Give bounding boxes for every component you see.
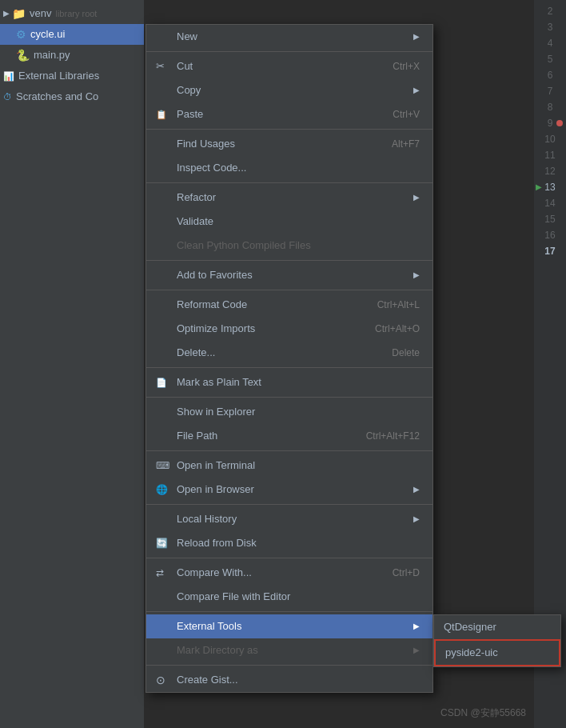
line-num-15: 15 [534,211,566,227]
menu-item-optimize-imports[interactable]: Optimize Imports Ctrl+Alt+O [146,317,432,341]
tree-item-ext-libraries[interactable]: 📊 External Libraries [0,66,144,86]
reload-icon: 🔄 [156,534,172,552]
menu-item-mark-plain[interactable]: 📄 Mark as Plain Text [146,370,432,394]
separator [146,450,432,451]
ui-file-icon: ⚙ [16,26,26,43]
line-num-11: 11 [534,147,566,163]
line-num-3: 3 [534,19,566,35]
menu-label-mark-directory: Mark Directory as [177,642,407,659]
menu-label-local-history: Local History [177,510,407,528]
menu-label-paste: Paste [177,106,377,123]
menu-item-show-explorer[interactable]: Show in Explorer [146,400,432,424]
menu-shortcut-paste: Ctrl+V [393,106,420,123]
menu-shortcut-delete: Delete [392,344,420,362]
menu-label-clean: Clean Python Compiled Files [177,237,420,254]
menu-label-reformat: Reformat Code [177,296,361,314]
compare-icon: ⇄ [156,564,172,582]
menu-item-compare-file-editor[interactable]: Compare File with Editor [146,585,432,609]
terminal-icon: ⌨ [156,457,172,474]
menu-label-add-favorites: Add to Favorites [177,266,407,284]
tree-item-main-py[interactable]: 🐍 main.py [0,45,144,66]
submenu-item-qtdesigner[interactable]: QtDesigner [434,615,560,639]
line-num-7: 7 [534,83,566,99]
chevron-right-icon: ▶ [3,5,10,22]
menu-label-compare-with: Compare With... [177,564,377,582]
line-num-2: 2 [534,3,566,19]
line-num-6: 6 [534,67,566,83]
watermark-text: CSDN @安静55668 [440,707,526,718]
separator [146,290,432,290]
menu-label-refactor: Refactor [177,189,407,206]
menu-item-open-terminal[interactable]: ⌨ Open in Terminal [146,454,432,478]
submenu-item-pyside2-uic[interactable]: pyside2-uic [434,639,560,666]
line-num-10: 10 [534,131,566,147]
menu-item-find-usages[interactable]: Find Usages Alt+F7 [146,132,432,156]
menu-shortcut-cut: Ctrl+X [393,58,420,75]
tree-item-label-ext-libraries: External Libraries [18,67,99,85]
line-num-14: 14 [534,195,566,211]
tree-item-label-scratches: Scratches and Co [16,88,98,106]
line-num-8: 8 [534,99,566,115]
menu-item-external-tools[interactable]: External Tools ▶ [146,614,432,638]
favorites-arrow-icon: ▶ [413,266,420,284]
separator [146,504,432,505]
menu-item-refactor[interactable]: Refactor ▶ [146,186,432,210]
menu-label-validate: Validate [177,213,420,230]
menu-item-mark-directory: Mark Directory as ▶ [146,638,432,662]
tree-item-label-main-py: main.py [34,46,70,64]
context-menu: New ▶ ✂ Cut Ctrl+X Copy ▶ 📋 Paste Ctrl+V… [145,24,433,693]
menu-label-compare-editor: Compare File with Editor [177,588,420,606]
menu-label-inspect: Inspect Code... [177,159,420,177]
menu-item-create-gist[interactable]: ⊙ Create Gist... [146,668,432,692]
tree-item-scratches[interactable]: ⏱ Scratches and Co [0,86,144,107]
menu-label-delete: Delete... [177,344,376,362]
menu-label-open-browser: Open in Browser [177,481,407,498]
copy-arrow-icon: ▶ [413,82,420,99]
menu-shortcut-find-usages: Alt+F7 [392,135,420,153]
gist-icon: ⊙ [156,671,172,689]
plain-text-icon: 📄 [156,374,172,391]
mark-dir-arrow-icon: ▶ [413,642,420,659]
browser-icon: 🌐 [156,481,172,498]
menu-item-compare-with[interactable]: ⇄ Compare With... Ctrl+D [146,561,432,585]
menu-item-add-favorites[interactable]: Add to Favorites ▶ [146,263,432,287]
menu-item-reformat[interactable]: Reformat Code Ctrl+Alt+L [146,293,432,317]
menu-item-validate[interactable]: Validate [146,210,432,234]
menu-label-new: New [177,28,407,46]
menu-label-cut: Cut [177,58,377,75]
menu-item-paste[interactable]: 📋 Paste Ctrl+V [146,102,432,126]
external-tools-arrow-icon: ▶ [413,618,420,635]
tree-item-cycle-ui[interactable]: ⚙ cycle.ui [0,24,144,45]
separator [146,182,432,183]
menu-item-file-path[interactable]: File Path Ctrl+Alt+F12 [146,424,432,448]
submenu-label-qtdesigner: QtDesigner [444,618,496,636]
menu-shortcut-reformat: Ctrl+Alt+L [377,296,420,314]
menu-item-inspect-code[interactable]: Inspect Code... [146,156,432,180]
line-num-5: 5 [534,51,566,67]
menu-shortcut-optimize: Ctrl+Alt+O [375,320,420,338]
menu-item-open-browser[interactable]: 🌐 Open in Browser ▶ [146,478,432,502]
tree-item-venv[interactable]: ▶ 📁 venv library root [0,3,144,24]
history-arrow-icon: ▶ [413,510,420,528]
separator [146,665,432,666]
menu-item-new[interactable]: New ▶ [146,25,432,49]
menu-label-mark-plain: Mark as Plain Text [177,374,420,391]
menu-item-copy[interactable]: Copy ▶ [146,78,432,102]
browser-arrow-icon: ▶ [413,481,420,498]
folder-icon: 📁 [12,5,26,22]
menu-label-find-usages: Find Usages [177,135,376,153]
menu-item-local-history[interactable]: Local History ▶ [146,507,432,531]
refactor-arrow-icon: ▶ [413,189,420,206]
menu-label-open-terminal: Open in Terminal [177,457,420,474]
separator [146,260,432,261]
menu-item-delete[interactable]: Delete... Delete [146,341,432,365]
menu-shortcut-file-path: Ctrl+Alt+F12 [366,427,420,445]
cut-icon: ✂ [156,58,172,75]
watermark: CSDN @安静55668 [440,706,526,720]
menu-item-cut[interactable]: ✂ Cut Ctrl+X [146,54,432,78]
arrow-right-icon: ▶ [413,28,420,46]
tree-item-label-venv: venv [30,5,51,22]
menu-item-reload-disk[interactable]: 🔄 Reload from Disk [146,531,432,555]
separator [146,51,432,52]
menu-label-external-tools: External Tools [177,618,407,635]
